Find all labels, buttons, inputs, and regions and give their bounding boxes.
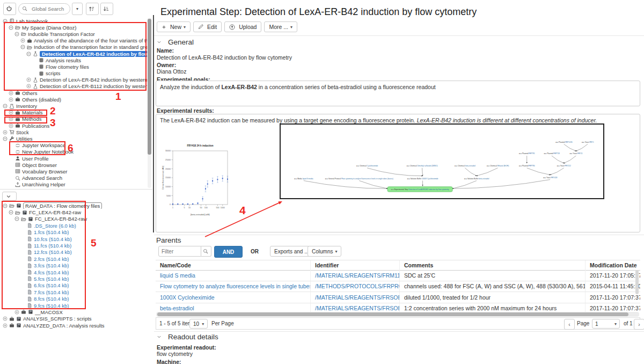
tree-item[interactable]: Vocabulary Browser xyxy=(1,168,147,174)
toggle-minus-icon[interactable] xyxy=(14,216,19,221)
upload-button[interactable]: Upload xyxy=(224,21,261,32)
columns-dropdown[interactable]: Columns▾ xyxy=(308,246,341,257)
edit-button[interactable]: Edit xyxy=(193,21,222,32)
tree-item[interactable]: 4.fcs (510.4 kb) xyxy=(1,269,151,275)
or-filter-label[interactable]: OR xyxy=(251,249,259,254)
column-header[interactable]: Modification Date xyxy=(585,260,640,270)
toggle-minus-icon[interactable] xyxy=(3,136,8,141)
tree-item[interactable]: 5.fcs (510.4 kb) xyxy=(1,275,151,282)
tree-item[interactable]: Inducible Transcription Factor xyxy=(1,31,147,37)
logout-button[interactable] xyxy=(3,3,16,15)
section-parents[interactable]: Parents xyxy=(156,236,181,244)
collapse-panel-button[interactable] xyxy=(2,192,17,201)
sort-ascending-button[interactable] xyxy=(86,3,99,15)
tree-item[interactable]: FC_LEXA-ER-B42-raw xyxy=(1,216,151,222)
cell-identifier[interactable]: /MATERIALS/REAGENTS/FRM11 xyxy=(310,270,399,281)
toggle-plus-icon[interactable] xyxy=(9,97,13,102)
tree-item[interactable]: Methods xyxy=(1,116,147,122)
toggle-plus-icon[interactable] xyxy=(9,117,13,121)
tree-item[interactable]: My Space (Diana Ottoz) xyxy=(1,24,147,31)
tree-item[interactable]: Lab Notebook xyxy=(1,18,147,24)
toggle-plus-icon[interactable] xyxy=(3,130,8,135)
tree-item[interactable]: 11.fcs (510.4 kb) xyxy=(1,242,151,249)
tree-item[interactable]: Others xyxy=(1,90,147,96)
tree-item[interactable]: 7.fcs (510.4 kb) xyxy=(1,289,151,295)
tree-item[interactable]: New Jupyter Notebook xyxy=(1,149,147,155)
toggle-plus-icon[interactable] xyxy=(9,110,13,115)
tree-item[interactable]: Detection of LexA-ER-B112 induction by w… xyxy=(1,83,147,90)
tree-item[interactable]: Utilities xyxy=(1,135,147,142)
tree-item[interactable]: 10.fcs (510.4 kb) xyxy=(1,236,151,242)
sort-descending-button[interactable] xyxy=(100,3,113,15)
toggle-minus-icon[interactable] xyxy=(3,19,8,24)
tree-item[interactable]: ANALYZED_DATA : Analysis results xyxy=(1,322,151,329)
tree-item[interactable]: Advanced Search xyxy=(1,175,147,181)
column-header[interactable]: Comments xyxy=(399,260,585,270)
tree-item[interactable]: 1.fcs (510.4 kb) xyxy=(1,229,151,236)
tree-item[interactable]: 2.fcs (510.4 kb) xyxy=(1,256,151,262)
cell-name-code[interactable]: beta-estradiol xyxy=(156,303,310,313)
tree-item[interactable]: User Profile xyxy=(1,155,147,162)
toggle-minus-icon[interactable] xyxy=(9,25,13,30)
toggle-minus-icon[interactable] xyxy=(26,52,31,56)
search-options-button[interactable]: ▾ xyxy=(72,3,83,15)
parents-filter-input[interactable] xyxy=(158,246,201,257)
toggle-plus-icon[interactable] xyxy=(14,310,19,315)
toggle-plus-icon[interactable] xyxy=(26,77,31,82)
tree-item[interactable]: Analysis of the abundance of the four va… xyxy=(1,38,147,44)
cell-identifier[interactable]: /METHODS/PROTOCOLS/FRPROT26 xyxy=(310,281,399,292)
toggle-plus-icon[interactable] xyxy=(3,316,8,321)
toggle-minus-icon[interactable] xyxy=(20,45,25,49)
toggle-plus-icon[interactable] xyxy=(3,323,8,328)
cell-name-code[interactable]: 1000X Cycloheximide xyxy=(156,292,310,303)
tree-item[interactable]: 9.fcs (510.4 kb) xyxy=(1,302,151,309)
tree-item[interactable]: Induction of the transcription factor in… xyxy=(1,44,147,50)
table-scrollbar-vertical[interactable] xyxy=(635,270,639,294)
toggle-minus-icon[interactable] xyxy=(9,210,13,215)
table-row[interactable]: beta-estradiol/MATERIALS/REAGENTS/FRSOB3… xyxy=(156,303,640,313)
column-header[interactable]: Identifier xyxy=(310,260,399,270)
toggle-plus-icon[interactable] xyxy=(20,38,25,43)
tree-item[interactable]: __MACOSX xyxy=(1,309,151,315)
tree-item[interactable]: Detection of LexA-ER-B42 induction by fl… xyxy=(1,50,147,57)
tree-item[interactable]: 8.fcs (510.4 kb) xyxy=(1,295,151,302)
table-row[interactable]: liquid S media/MATERIALS/REAGENTS/FRM11S… xyxy=(156,270,640,281)
sidebar-scrollbar-thumb[interactable] xyxy=(148,19,151,155)
toggle-plus-icon[interactable] xyxy=(9,91,13,96)
section-readout[interactable]: Readout details xyxy=(157,333,218,341)
section-general[interactable]: General xyxy=(157,38,194,46)
toggle-minus-icon[interactable] xyxy=(3,203,8,208)
more-button[interactable]: More ...▾ xyxy=(264,21,297,32)
page-size-select[interactable]: 10▾ xyxy=(189,319,208,329)
tree-item[interactable]: RAW_DATA : Flow citometry files xyxy=(1,202,151,209)
toggle-minus-icon[interactable] xyxy=(3,104,8,108)
cell-name-code[interactable]: liquid S media xyxy=(156,270,310,281)
new-button[interactable]: New▾ xyxy=(157,21,191,32)
tree-item[interactable]: Flow citometry files xyxy=(1,63,147,70)
column-header[interactable]: Name/Code xyxy=(156,260,310,270)
tree-item[interactable]: .DS_Store (6.0 kb) xyxy=(1,222,151,229)
tree-item[interactable]: Inventory xyxy=(1,103,147,109)
table-row[interactable]: 1000X Cycloheximide/MATERIALS/REAGENTS/F… xyxy=(156,292,640,303)
cell-identifier[interactable]: /MATERIALS/REAGENTS/FRSOB34 xyxy=(310,292,399,303)
tree-item[interactable]: ANALYSIS_SCRIPTS : scripts xyxy=(1,316,151,322)
tree-item[interactable]: Detection of LexA-ER-B42 induction by we… xyxy=(1,77,147,83)
tree-item[interactable]: scripts xyxy=(1,70,147,77)
tree-item[interactable]: Jupyter Workspace xyxy=(1,142,147,149)
tree-item[interactable]: 6.fcs (510.4 kb) xyxy=(1,282,151,289)
tree-item[interactable]: FC_LEXA-ER-B42-raw xyxy=(1,209,151,215)
and-filter-button[interactable]: AND xyxy=(214,246,243,258)
toggle-plus-icon[interactable] xyxy=(26,84,31,89)
table-row[interactable]: Flow cytometry to analyze fluorescence l… xyxy=(156,281,640,292)
tree-item[interactable]: Others (disabled) xyxy=(1,96,147,103)
cell-name-code[interactable]: Flow cytometry to analyze fluorescence l… xyxy=(156,281,310,292)
global-search-input[interactable] xyxy=(31,5,71,12)
tree-item[interactable]: Stock xyxy=(1,129,147,135)
toggle-minus-icon[interactable] xyxy=(14,32,19,37)
toggle-plus-icon[interactable] xyxy=(9,123,13,128)
cell-identifier[interactable]: /MATERIALS/REAGENTS/FRSOB37 xyxy=(310,303,399,313)
tree-item[interactable]: Materials xyxy=(1,110,147,116)
next-page-button[interactable]: › xyxy=(634,319,644,330)
tree-item[interactable]: 3.fcs (510.4 kb) xyxy=(1,263,151,269)
tree-item[interactable]: Object Browser xyxy=(1,162,147,168)
